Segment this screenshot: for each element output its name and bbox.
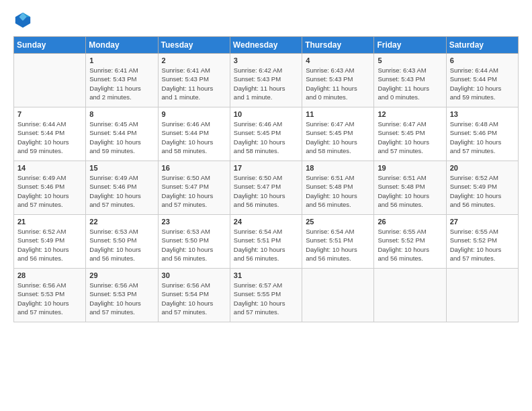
day-number: 13 [450,110,515,118]
cell-info: Sunrise: 6:50 AMSunset: 5:47 PMDaylight:… [162,173,226,209]
day-number: 29 [89,271,154,279]
calendar-table: SundayMondayTuesdayWednesdayThursdayFrid… [13,36,519,322]
day-number: 7 [17,110,82,118]
cell-info: Sunrise: 6:47 AMSunset: 5:45 PMDaylight:… [306,120,370,155]
day-number: 10 [234,110,298,118]
day-number: 3 [234,56,298,64]
day-number: 25 [306,218,370,226]
header-day: Saturday [446,37,518,54]
cell-info: Sunrise: 6:50 AMSunset: 5:47 PMDaylight:… [234,173,298,209]
cell-info: Sunrise: 6:56 AMSunset: 5:54 PMDaylight:… [162,281,226,316]
day-number: 14 [17,164,82,172]
calendar-cell: 30Sunrise: 6:56 AMSunset: 5:54 PMDayligh… [158,269,230,322]
calendar-cell: 17Sunrise: 6:50 AMSunset: 5:47 PMDayligh… [230,161,302,215]
header-day: Friday [374,37,446,54]
calendar-cell: 31Sunrise: 6:57 AMSunset: 5:55 PMDayligh… [230,269,302,322]
calendar-cell: 22Sunrise: 6:53 AMSunset: 5:50 PMDayligh… [86,215,158,269]
calendar-cell: 8Sunrise: 6:45 AMSunset: 5:44 PMDaylight… [86,107,158,161]
calendar-cell [14,54,86,107]
calendar-cell: 4Sunrise: 6:43 AMSunset: 5:43 PMDaylight… [302,54,374,107]
calendar-cell: 16Sunrise: 6:50 AMSunset: 5:47 PMDayligh… [158,161,230,215]
day-number: 24 [234,218,298,226]
cell-info: Sunrise: 6:51 AMSunset: 5:48 PMDaylight:… [378,173,442,209]
day-number: 1 [89,56,154,64]
week-row: 28Sunrise: 6:56 AMSunset: 5:53 PMDayligh… [14,269,519,322]
day-number: 19 [378,164,442,172]
cell-info: Sunrise: 6:54 AMSunset: 5:51 PMDaylight:… [306,227,370,263]
header-day: Thursday [302,37,374,54]
calendar-cell: 7Sunrise: 6:44 AMSunset: 5:44 PMDaylight… [14,107,86,161]
cell-info: Sunrise: 6:49 AMSunset: 5:46 PMDaylight:… [17,173,82,209]
calendar-cell: 10Sunrise: 6:46 AMSunset: 5:45 PMDayligh… [230,107,302,161]
day-number: 9 [162,110,226,118]
calendar-cell: 18Sunrise: 6:51 AMSunset: 5:48 PMDayligh… [302,161,374,215]
cell-info: Sunrise: 6:44 AMSunset: 5:44 PMDaylight:… [17,120,82,155]
cell-info: Sunrise: 6:53 AMSunset: 5:50 PMDaylight:… [162,227,226,263]
day-number: 21 [17,218,82,226]
calendar-cell: 1Sunrise: 6:41 AMSunset: 5:43 PMDaylight… [86,54,158,107]
header-day: Wednesday [230,37,302,54]
cell-info: Sunrise: 6:56 AMSunset: 5:53 PMDaylight:… [17,281,82,316]
cell-info: Sunrise: 6:41 AMSunset: 5:43 PMDaylight:… [89,66,154,101]
calendar-cell: 15Sunrise: 6:49 AMSunset: 5:46 PMDayligh… [86,161,158,215]
cell-info: Sunrise: 6:46 AMSunset: 5:45 PMDaylight:… [234,120,298,155]
day-number: 18 [306,164,370,172]
cell-info: Sunrise: 6:48 AMSunset: 5:46 PMDaylight:… [450,120,515,155]
logo [13,11,35,30]
week-row: 14Sunrise: 6:49 AMSunset: 5:46 PMDayligh… [14,161,519,215]
calendar-cell: 29Sunrise: 6:56 AMSunset: 5:53 PMDayligh… [86,269,158,322]
calendar-cell: 25Sunrise: 6:54 AMSunset: 5:51 PMDayligh… [302,215,374,269]
day-number: 16 [162,164,226,172]
calendar-cell: 13Sunrise: 6:48 AMSunset: 5:46 PMDayligh… [446,107,518,161]
calendar-cell: 12Sunrise: 6:47 AMSunset: 5:45 PMDayligh… [374,107,446,161]
day-number: 26 [378,218,442,226]
header-day: Sunday [14,37,86,54]
cell-info: Sunrise: 6:47 AMSunset: 5:45 PMDaylight:… [378,120,442,155]
day-number: 11 [306,110,370,118]
cell-info: Sunrise: 6:42 AMSunset: 5:43 PMDaylight:… [234,66,298,101]
day-number: 23 [162,218,226,226]
cell-info: Sunrise: 6:56 AMSunset: 5:53 PMDaylight:… [89,281,154,316]
cell-info: Sunrise: 6:41 AMSunset: 5:43 PMDaylight:… [162,66,226,101]
day-number: 30 [162,271,226,279]
cell-info: Sunrise: 6:52 AMSunset: 5:49 PMDaylight:… [17,227,82,263]
day-number: 28 [17,271,82,279]
cell-info: Sunrise: 6:45 AMSunset: 5:44 PMDaylight:… [89,120,154,155]
calendar-cell: 11Sunrise: 6:47 AMSunset: 5:45 PMDayligh… [302,107,374,161]
header-day: Monday [86,37,158,54]
cell-info: Sunrise: 6:43 AMSunset: 5:43 PMDaylight:… [378,66,442,101]
cell-info: Sunrise: 6:55 AMSunset: 5:52 PMDaylight:… [450,227,515,263]
week-row: 7Sunrise: 6:44 AMSunset: 5:44 PMDaylight… [14,107,519,161]
cell-info: Sunrise: 6:54 AMSunset: 5:51 PMDaylight:… [234,227,298,263]
cell-info: Sunrise: 6:51 AMSunset: 5:48 PMDaylight:… [306,173,370,209]
day-number: 5 [378,56,442,64]
day-number: 8 [89,110,154,118]
calendar-cell: 9Sunrise: 6:46 AMSunset: 5:44 PMDaylight… [158,107,230,161]
day-number: 31 [234,271,298,279]
cell-info: Sunrise: 6:44 AMSunset: 5:44 PMDaylight:… [450,66,515,101]
day-number: 4 [306,56,370,64]
calendar-cell: 28Sunrise: 6:56 AMSunset: 5:53 PMDayligh… [14,269,86,322]
cell-info: Sunrise: 6:55 AMSunset: 5:52 PMDaylight:… [378,227,442,263]
calendar-cell [446,269,518,322]
calendar-cell: 19Sunrise: 6:51 AMSunset: 5:48 PMDayligh… [374,161,446,215]
calendar-cell: 14Sunrise: 6:49 AMSunset: 5:46 PMDayligh… [14,161,86,215]
calendar-cell: 27Sunrise: 6:55 AMSunset: 5:52 PMDayligh… [446,215,518,269]
header-row: SundayMondayTuesdayWednesdayThursdayFrid… [14,37,519,54]
cell-info: Sunrise: 6:49 AMSunset: 5:46 PMDaylight:… [89,173,154,209]
header-day: Tuesday [158,37,230,54]
calendar-cell: 2Sunrise: 6:41 AMSunset: 5:43 PMDaylight… [158,54,230,107]
day-number: 20 [450,164,515,172]
calendar-cell: 3Sunrise: 6:42 AMSunset: 5:43 PMDaylight… [230,54,302,107]
calendar-cell: 23Sunrise: 6:53 AMSunset: 5:50 PMDayligh… [158,215,230,269]
cell-info: Sunrise: 6:46 AMSunset: 5:44 PMDaylight:… [162,120,226,155]
day-number: 6 [450,56,515,64]
logo-icon [13,11,32,30]
calendar-cell: 26Sunrise: 6:55 AMSunset: 5:52 PMDayligh… [374,215,446,269]
cell-info: Sunrise: 6:53 AMSunset: 5:50 PMDaylight:… [89,227,154,263]
calendar-cell: 6Sunrise: 6:44 AMSunset: 5:44 PMDaylight… [446,54,518,107]
cell-info: Sunrise: 6:43 AMSunset: 5:43 PMDaylight:… [306,66,370,101]
cell-info: Sunrise: 6:57 AMSunset: 5:55 PMDaylight:… [234,281,298,316]
day-number: 12 [378,110,442,118]
day-number: 2 [162,56,226,64]
